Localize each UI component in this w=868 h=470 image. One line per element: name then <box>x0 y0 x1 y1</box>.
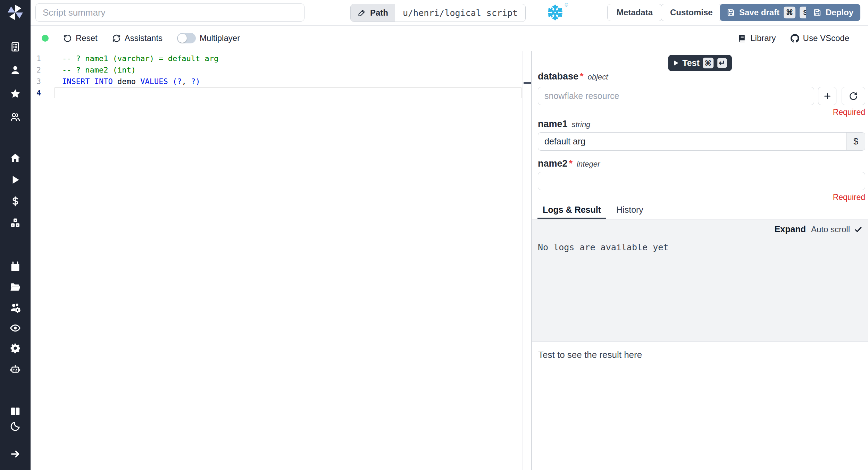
code-line-4[interactable]: 4 <box>31 87 523 99</box>
plus-icon <box>823 92 832 101</box>
sidebar-item-favorites[interactable] <box>10 88 21 99</box>
test-label: Test <box>682 58 700 68</box>
assistants-label: Assistants <box>125 33 162 43</box>
sidebar-item-schedules[interactable] <box>10 261 21 272</box>
users-gear-icon <box>10 302 21 313</box>
required-star: * <box>580 71 584 82</box>
splitter-grip[interactable] <box>524 82 531 84</box>
moon-icon <box>10 421 21 432</box>
sidebar-item-user[interactable] <box>10 65 21 76</box>
pane-splitter[interactable] <box>523 51 532 470</box>
path-widget[interactable]: Path u/henri/logical_script <box>350 4 526 22</box>
name1-input[interactable] <box>538 133 846 150</box>
sidebar-item-expand-sidebar[interactable] <box>10 448 21 460</box>
sidebar-item-audit-logs[interactable] <box>10 322 21 334</box>
line-number: 4 <box>31 89 54 97</box>
windmill-logo-icon[interactable] <box>6 3 25 22</box>
folder-open-icon <box>10 282 21 293</box>
library-label: Library <box>750 33 776 43</box>
sidebar-item-workers[interactable] <box>10 363 21 375</box>
required-message: Required <box>833 193 865 202</box>
customise-button[interactable]: Customise <box>661 4 722 21</box>
sidebar-item-workspace[interactable] <box>10 41 21 52</box>
required-message: Required <box>833 108 865 117</box>
sidebar-item-groups[interactable] <box>10 302 21 313</box>
path-edit-button[interactable]: Path <box>351 4 395 22</box>
test-button[interactable]: Test ⌘ ↵ <box>668 55 732 71</box>
script-editor-page: Path u/henri/logical_script ® Metadata C… <box>0 0 868 470</box>
line-number: 1 <box>31 54 54 63</box>
sidebar-item-dark-mode[interactable] <box>10 421 21 432</box>
result-placeholder: Test to see the result here <box>538 350 642 360</box>
eye-icon <box>10 322 21 334</box>
sidebar-item-settings[interactable] <box>10 343 21 354</box>
github-icon <box>791 34 799 43</box>
reset-button[interactable]: Reset <box>63 33 98 43</box>
connection-status-dot <box>42 35 49 42</box>
boxes-icon <box>10 217 21 228</box>
expand-button[interactable]: Expand <box>775 224 806 234</box>
sidebar-item-docs[interactable] <box>10 406 21 417</box>
logs-panel: Expand Auto scroll No logs are available… <box>532 219 868 342</box>
pencil-icon <box>358 9 366 17</box>
sidebar-item-runs[interactable] <box>10 174 21 185</box>
sidebar-item-users[interactable] <box>10 111 21 123</box>
sidebar-item-folders[interactable] <box>10 282 21 293</box>
sidebar-item-home[interactable] <box>10 152 21 163</box>
field-type: string <box>572 120 591 129</box>
name1-field: $ <box>538 132 865 151</box>
line-number: 2 <box>31 66 54 74</box>
use-vscode-button[interactable]: Use VScode <box>791 33 849 43</box>
building-icon <box>10 41 21 52</box>
save-draft-button[interactable]: Save draft ⌘ S <box>720 4 818 21</box>
add-resource-button[interactable] <box>818 87 836 105</box>
vscode-label: Use VScode <box>803 33 849 43</box>
field-name: database <box>538 71 578 82</box>
save-icon <box>813 8 821 17</box>
sidebar-item-variables[interactable] <box>10 196 21 207</box>
result-tabs: Logs & Result History <box>532 205 868 219</box>
autoscroll-toggle[interactable]: Auto scroll <box>811 225 862 234</box>
no-logs-message: No logs are available yet <box>538 242 668 252</box>
enter-key-badge: ↵ <box>717 58 727 68</box>
reset-label: Reset <box>76 33 98 43</box>
field-type: object <box>588 73 608 82</box>
cmd-key-badge: ⌘ <box>703 58 713 68</box>
metadata-button[interactable]: Metadata <box>607 4 662 21</box>
refresh-icon <box>112 34 121 43</box>
script-summary-input[interactable] <box>35 3 304 22</box>
code-lines: 1-- ? name1 (varchar) = default arg2-- ?… <box>31 53 523 99</box>
rotate-cw-icon <box>849 92 858 101</box>
code-editor[interactable]: 1-- ? name1 (varchar) = default arg2-- ?… <box>31 51 523 470</box>
top-bar: Path u/henri/logical_script ® Metadata C… <box>31 0 868 26</box>
required-star: * <box>569 158 573 169</box>
template-variable-button[interactable]: $ <box>846 133 865 150</box>
arrow-right-icon <box>10 448 21 460</box>
library-button[interactable]: Library <box>738 33 776 43</box>
code-line-3[interactable]: 3INSERT INTO demo VALUES (?, ?) <box>31 76 523 87</box>
multiplayer-label: Multiplayer <box>200 33 240 43</box>
line-number: 3 <box>31 77 54 86</box>
path-label: Path <box>370 8 388 18</box>
name2-input[interactable] <box>538 172 865 190</box>
field-label-name2: name2 * integer <box>538 158 600 169</box>
sidebar-item-resources[interactable] <box>10 217 21 228</box>
play-icon <box>10 174 21 185</box>
tab-history[interactable]: History <box>611 205 649 219</box>
code-text: INSERT INTO demo VALUES (?, ?) <box>54 77 200 86</box>
autoscroll-label: Auto scroll <box>811 225 850 234</box>
refresh-resource-button[interactable] <box>842 87 865 105</box>
books-icon <box>10 406 21 417</box>
sidebar-divider <box>0 27 31 27</box>
tab-logs-result[interactable]: Logs & Result <box>537 205 606 219</box>
registered-mark: ® <box>565 2 568 8</box>
star-icon <box>10 88 21 99</box>
database-input[interactable] <box>538 87 814 105</box>
run-panel: Test ⌘ ↵ database * object Required name… <box>532 51 868 470</box>
field-type: integer <box>577 160 600 169</box>
code-line-1[interactable]: 1-- ? name1 (varchar) = default arg <box>31 53 523 64</box>
assistants-button[interactable]: Assistants <box>112 33 162 43</box>
multiplayer-toggle[interactable] <box>177 33 196 43</box>
deploy-button[interactable]: Deploy <box>806 4 860 21</box>
code-line-2[interactable]: 2-- ? name2 (int) <box>31 64 523 76</box>
